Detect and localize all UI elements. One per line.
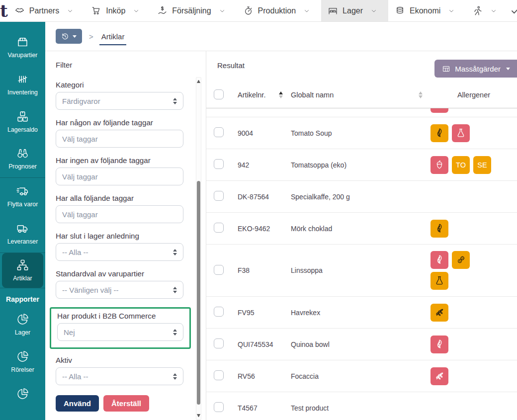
grid-icon [442, 65, 450, 73]
row-checkbox[interactable] [214, 265, 224, 275]
scrollbar-down-arrow[interactable] [197, 414, 200, 417]
apply-button[interactable]: Använd [56, 395, 99, 412]
highlight-box: Har produkt i B2B CommerceNej [50, 307, 191, 349]
cell-allergener [431, 304, 517, 322]
select-updown-icon [173, 287, 177, 293]
tag-input[interactable] [62, 210, 177, 219]
row-checkbox[interactable] [214, 307, 224, 317]
nav-item-försäljning[interactable]: Försäljning [151, 0, 236, 21]
sidebar-item-label: Lager [15, 329, 30, 336]
table-row[interactable]: T4567Test product [206, 392, 517, 420]
cell-allergener [431, 367, 517, 385]
bulk-actions-button[interactable]: Massåtgärder [434, 60, 517, 78]
filter-select[interactable]: Färdigvaror [56, 92, 183, 110]
app-logo[interactable]: t [0, 0, 8, 21]
filter-field-label: Kategori [56, 81, 183, 89]
table-row[interactable] [206, 108, 517, 117]
row-checkbox[interactable] [214, 223, 224, 233]
select-all-checkbox[interactable] [214, 89, 224, 99]
flask-icon [455, 128, 466, 139]
sort-icon[interactable] [279, 91, 283, 98]
sidebar-item-leveranser[interactable]: Leveranser [0, 215, 45, 252]
breadcrumb-separator: > [89, 32, 93, 41]
filter-field-label: Har produkt i B2B Commerce [57, 312, 183, 320]
box-icon [16, 35, 29, 49]
soy-icon [434, 128, 445, 139]
filter-tag-input[interactable] [56, 205, 183, 223]
boxes-icon [16, 110, 29, 123]
column-header-globalt-namn[interactable]: Globalt namn [291, 91, 334, 99]
nav-item-partners[interactable]: Partners [8, 0, 85, 21]
history-dropdown-button[interactable] [56, 29, 82, 44]
table-row[interactable]: QUI745534Quinoa bowl [206, 329, 517, 360]
tag-input[interactable] [62, 172, 177, 181]
row-checkbox[interactable] [214, 370, 224, 380]
results-title: Resultat [217, 61, 245, 70]
sidebar-item-prognoser[interactable]: Prognoser [0, 140, 45, 177]
cell-artikelnr: DK-87564 [238, 193, 291, 201]
nav-item-check[interactable] [504, 0, 517, 21]
row-checkbox[interactable] [214, 338, 224, 348]
filter-tag-input[interactable] [56, 168, 183, 185]
filter-select[interactable]: Nej [57, 323, 183, 341]
allergen-badge-soy [431, 124, 448, 142]
results-panel: Resultat Massåtgärder Artikelnr. [206, 51, 517, 420]
sidebar-item-artiklar[interactable]: Artiklar [2, 253, 43, 288]
filter-tag-input[interactable] [56, 130, 183, 148]
table-row[interactable]: 942Tomatsoppa (eko)TOSE [206, 149, 517, 181]
chevron-down-icon [67, 7, 74, 14]
peanut-icon [455, 254, 466, 265]
row-checkbox[interactable] [214, 402, 224, 412]
table-row[interactable]: F38Linssoppa [206, 245, 517, 297]
reset-button[interactable]: Återställ [103, 395, 149, 412]
soy-icon [434, 254, 445, 265]
cell-globalt-namn: Focaccia [291, 372, 431, 380]
filter-field: KategoriFärdigvaror [56, 81, 183, 110]
filter-field: Har någon av följande taggar [56, 118, 183, 148]
cell-artikelnr: 942 [238, 161, 291, 169]
nav-item-runner[interactable] [466, 0, 504, 21]
nav-item-label: Lager [343, 6, 363, 15]
sidebar-item-inventering[interactable]: Inventering [0, 66, 45, 103]
sidebar-item-lagersaldo[interactable]: Lagersaldo [0, 103, 45, 141]
filter-field-label: Har alla följande taggar [56, 194, 183, 202]
nav-item-label: Partners [29, 6, 59, 15]
sidebar-item-varupartier[interactable]: Varupartier [0, 29, 45, 66]
table-row[interactable]: 9004Tomato Soup [206, 117, 517, 149]
nav-item-lager[interactable]: Lager [321, 0, 388, 21]
allergen-badge-acorn [431, 156, 448, 174]
scrollbar-up-arrow[interactable] [197, 80, 200, 83]
nav-item-label: Produktion [258, 6, 296, 15]
cell-globalt-namn: Tomatsoppa (eko) [291, 161, 431, 169]
filter-select[interactable]: -- Alla -- [56, 367, 183, 385]
row-checkbox[interactable] [214, 127, 224, 137]
tally-icon [16, 73, 29, 86]
pie-icon [16, 350, 29, 363]
row-checkbox[interactable] [214, 159, 224, 169]
table-row[interactable]: RV56Focaccia [206, 360, 517, 392]
cell-allergener [431, 336, 517, 353]
sidebar-item-lager[interactable]: Lager [0, 306, 45, 343]
select-updown-icon [173, 98, 177, 104]
nav-item-label: Försäljning [172, 6, 211, 15]
table-row[interactable]: DK-87564Specialkaffe, 200 g [206, 181, 517, 213]
table-row[interactable]: EKO-9462Mörk choklad [206, 213, 517, 245]
sidebar-item[interactable] [0, 381, 45, 411]
scrollbar-thumb[interactable] [197, 181, 200, 405]
table-row[interactable]: FV95Havrekex [206, 297, 517, 329]
filter-select[interactable]: -- Vänligen välj -- [56, 281, 183, 299]
nav-item-ekonomi[interactable]: Ekonomi [388, 0, 466, 21]
nav-item-produktion[interactable]: Produktion [237, 0, 322, 21]
tag-input[interactable] [62, 135, 177, 143]
stopwatch-icon [243, 5, 254, 16]
nav-item-inköp[interactable]: Inköp [85, 0, 151, 21]
breadcrumb-current-artiklar[interactable]: Artiklar [99, 32, 127, 45]
filter-select[interactable]: -- Alla -- [56, 243, 183, 261]
row-checkbox[interactable] [214, 191, 224, 201]
top-nav: t PartnersInköpFörsäljningProduktionLage… [0, 0, 517, 22]
sort-icon[interactable] [419, 91, 423, 98]
sidebar-item-rörelser[interactable]: Rörelser [0, 343, 45, 381]
column-header-artikelnr[interactable]: Artikelnr. [238, 91, 265, 99]
topnav-items: PartnersInköpFörsäljningProduktionLagerE… [8, 0, 517, 21]
sidebar-item-flytta-varor[interactable]: Flytta varor [0, 178, 45, 215]
